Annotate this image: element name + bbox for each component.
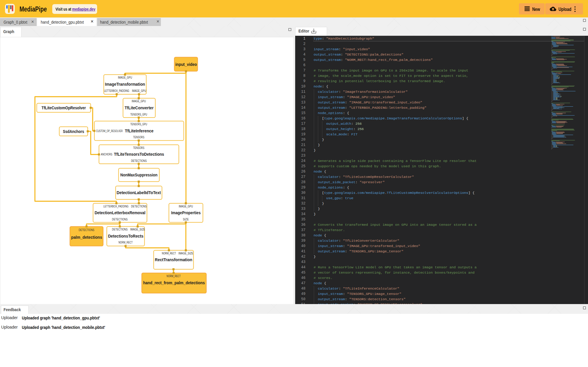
svg-text:ImageTransformation: ImageTransformation [105,82,145,87]
svg-text:TENSORS: TENSORS [133,136,144,139]
svg-text:DetectionLabelIdToText: DetectionLabelIdToText [117,190,161,195]
svg-text:DetectionsToRects: DetectionsToRects [108,233,143,238]
svg-text:NonMaxSuppression: NonMaxSuppression [120,172,158,177]
svg-text:DetectionLetterboxRemoval: DetectionLetterboxRemoval [95,210,146,215]
svg-text:CUSTOM_OP_RESOLVER: CUSTOM_OP_RESOLVER [96,129,123,133]
svg-text:IMAGE_GPU: IMAGE_GPU [179,205,193,208]
svg-text:DETECTIONS: DETECTIONS [112,218,128,221]
svg-text:TENSORS: TENSORS [133,146,144,150]
svg-text:TfLiteConverter: TfLiteConverter [125,105,153,110]
svg-text:IMAGE_SIZE: IMAGE_SIZE [130,228,145,231]
svg-text:TENSORS_GPU: TENSORS_GPU [130,123,147,126]
svg-text:IMAGE_GPU: IMAGE_GPU [118,76,132,79]
svg-text:ANCHORS: ANCHORS [101,153,112,156]
svg-text:DETECTIONS: DETECTIONS [112,228,128,231]
svg-text:NORM_RECT: NORM_RECT [118,241,133,244]
svg-text:ImageProperties: ImageProperties [171,210,201,215]
svg-text:IMAGE_GPU: IMAGE_GPU [132,89,146,92]
svg-text:DETECTIONS: DETECTIONS [131,159,147,163]
svg-text:DETECTIONS: DETECTIONS [131,205,147,208]
svg-text:IMAGE_GPU: IMAGE_GPU [132,100,146,103]
svg-text:palm_detections: palm_detections [71,235,102,240]
svg-text:RectTransformation: RectTransformation [155,257,192,262]
svg-text:LETTERBOX_PADDING: LETTERBOX_PADDING [104,89,129,92]
svg-text:NORM_RECT: NORM_RECT [166,275,181,278]
svg-text:DETECTIONS: DETECTIONS [79,228,94,232]
svg-text:TfLiteTensorsToDetections: TfLiteTensorsToDetections [114,152,164,157]
svg-text:IMAGE_SIZE: IMAGE_SIZE [179,252,193,255]
svg-text:TfLiteInference: TfLiteInference [125,128,153,133]
svg-text:TfLiteCustomOpResolver: TfLiteCustomOpResolver [42,105,86,110]
svg-text:TENSORS_GPU: TENSORS_GPU [130,113,147,116]
svg-text:hand_rect_from_palm_detections: hand_rect_from_palm_detections [143,280,205,285]
svg-text:LETTERBOX_PADDING: LETTERBOX_PADDING [103,205,128,208]
svg-text:SsdAnchors: SsdAnchors [63,129,84,134]
svg-text:SIZE: SIZE [183,218,189,221]
svg-text:NORM_RECT: NORM_RECT [162,252,176,255]
svg-text:input_video: input_video [175,62,197,67]
